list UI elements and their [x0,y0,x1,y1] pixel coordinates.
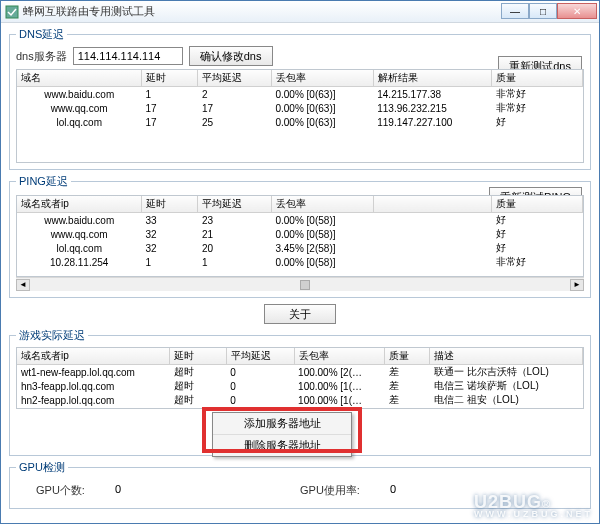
col-desc[interactable]: 描述 [430,348,583,365]
titlebar: 蜂网互联路由专用测试工具 — □ ✕ [1,1,599,23]
ctx-del-server[interactable]: 删除服务器地址 [213,435,351,456]
col-host[interactable]: 域名或者ip [17,196,141,213]
game-group: 游戏实际延迟 域名或者ip 延时 平均延迟 丢包率 质量 描述 wt1-new-… [9,328,591,456]
cell: 14.215.177.38 [373,87,492,102]
cell [373,241,492,255]
cell: 100.00% [1(… [294,393,384,407]
table-row[interactable]: hn3-feapp.lol.qq.com超时0100.00% [1(…差电信三 … [17,379,583,393]
maximize-button[interactable]: □ [529,3,557,19]
cell: 非常好 [492,87,583,102]
cell: 33 [141,213,198,228]
cell: 0 [226,379,294,393]
cell: www.baidu.com [17,213,141,228]
gpu-count-value: 0 [115,483,121,498]
table-row[interactable]: www.baidu.com120.00% [0(63)]14.215.177.3… [17,87,583,102]
cell: 联通一 比尔吉沃特（LOL) [430,365,583,380]
cell: 0.00% [0(58)] [271,227,373,241]
cell: 0.00% [0(58)] [271,255,373,269]
cell: 电信三 诺埃萨斯（LOL) [430,379,583,393]
col-latency[interactable]: 延时 [141,70,198,87]
app-icon [5,5,19,19]
svg-rect-0 [6,6,18,18]
dns-server-input[interactable] [73,47,183,65]
minimize-button[interactable]: — [501,3,529,19]
scroll-thumb[interactable] [300,280,310,290]
gpu-usage-label: GPU使用率: [300,483,360,498]
table-row[interactable]: lol.qq.com17250.00% [0(63)]119.147.227.1… [17,115,583,129]
table-row[interactable]: www.qq.com17170.00% [0(63)]113.96.232.21… [17,101,583,115]
cell [373,255,492,269]
dns-confirm-button[interactable]: 确认修改dns [189,46,273,66]
dns-server-label: dns服务器 [16,49,67,64]
gpu-usage-value: 0 [390,483,396,498]
cell: 100.00% [2(… [294,365,384,380]
cell: www.qq.com [17,227,141,241]
ctx-add-server[interactable]: 添加服务器地址 [213,413,351,435]
cell: 超时 [170,393,227,407]
table-row[interactable]: 10.28.11.254110.00% [0(58)]非常好 [17,255,583,269]
game-table: 域名或者ip 延时 平均延迟 丢包率 质量 描述 wt1-new-feapp.l… [17,348,583,407]
table-row[interactable]: hn2-feapp.lol.qq.com超时0100.00% [1(…差电信二 … [17,393,583,407]
cell: 1 [198,255,272,269]
cell: 超时 [170,379,227,393]
col-avg[interactable]: 平均延迟 [198,196,272,213]
col-avg[interactable]: 平均延迟 [198,70,272,87]
col-empty[interactable] [373,196,492,213]
cell: 3.45% [2(58)] [271,241,373,255]
cell: lol.qq.com [17,115,141,129]
cell: 0.00% [0(58)] [271,213,373,228]
ping-hscroll[interactable]: ◄ ► [16,277,584,291]
cell: 差 [385,379,430,393]
cell: 好 [492,227,583,241]
game-header-row: 域名或者ip 延时 平均延迟 丢包率 质量 描述 [17,348,583,365]
col-avg[interactable]: 平均延迟 [226,348,294,365]
col-loss[interactable]: 丢包率 [271,70,373,87]
cell: 差 [385,393,430,407]
cell: 32 [141,227,198,241]
scroll-left-arrow[interactable]: ◄ [16,279,30,291]
col-latency[interactable]: 延时 [170,348,227,365]
cell: 好 [492,213,583,228]
context-menu: 添加服务器地址 删除服务器地址 [212,412,352,457]
col-domain[interactable]: 域名 [17,70,141,87]
table-row[interactable]: wt1-new-feapp.lol.qq.com超时0100.00% [2(…差… [17,365,583,380]
cell: wt1-new-feapp.lol.qq.com [17,365,170,380]
cell: www.qq.com [17,101,141,115]
gpu-count-label: GPU个数: [36,483,85,498]
dns-group: DNS延迟 dns服务器 确认修改dns 重新测试dns 域名 延时 平均延迟 … [9,27,591,170]
close-button[interactable]: ✕ [557,3,597,19]
col-loss[interactable]: 丢包率 [271,196,373,213]
cell: hn2-feapp.lol.qq.com [17,393,170,407]
cell: 0 [226,365,294,380]
cell: 非常好 [492,255,583,269]
col-quality[interactable]: 质量 [492,196,583,213]
col-resolve[interactable]: 解析结果 [373,70,492,87]
col-latency[interactable]: 延时 [141,196,198,213]
ping-group: PING延迟 重新测试PING 域名或者ip 延时 平均延迟 丢包率 质量 ww… [9,174,591,298]
ping-header-row: 域名或者ip 延时 平均延迟 丢包率 质量 [17,196,583,213]
dns-legend: DNS延迟 [16,27,67,42]
cell: www.baidu.com [17,87,141,102]
about-button[interactable]: 关于 [264,304,336,324]
cell: lol.qq.com [17,241,141,255]
gpu-legend: GPU检测 [16,460,68,475]
window-title: 蜂网互联路由专用测试工具 [23,4,155,19]
ping-legend: PING延迟 [16,174,71,189]
table-row[interactable]: www.baidu.com33230.00% [0(58)]好 [17,213,583,228]
col-loss[interactable]: 丢包率 [294,348,384,365]
col-host[interactable]: 域名或者ip [17,348,170,365]
col-quality[interactable]: 质量 [385,348,430,365]
ping-table: 域名或者ip 延时 平均延迟 丢包率 质量 www.baidu.com33230… [17,196,583,269]
cell: 17 [141,115,198,129]
cell: 0.00% [0(63)] [271,101,373,115]
cell [373,227,492,241]
table-row[interactable]: lol.qq.com32203.45% [2(58)]好 [17,241,583,255]
col-quality[interactable]: 质量 [492,70,583,87]
cell: 20 [198,241,272,255]
watermark: U2BUG® WWW.UZBUG.NET [474,492,593,519]
cell: 21 [198,227,272,241]
table-row[interactable]: www.qq.com32210.00% [0(58)]好 [17,227,583,241]
scroll-right-arrow[interactable]: ► [570,279,584,291]
cell: 非常好 [492,101,583,115]
cell: 0.00% [0(63)] [271,115,373,129]
